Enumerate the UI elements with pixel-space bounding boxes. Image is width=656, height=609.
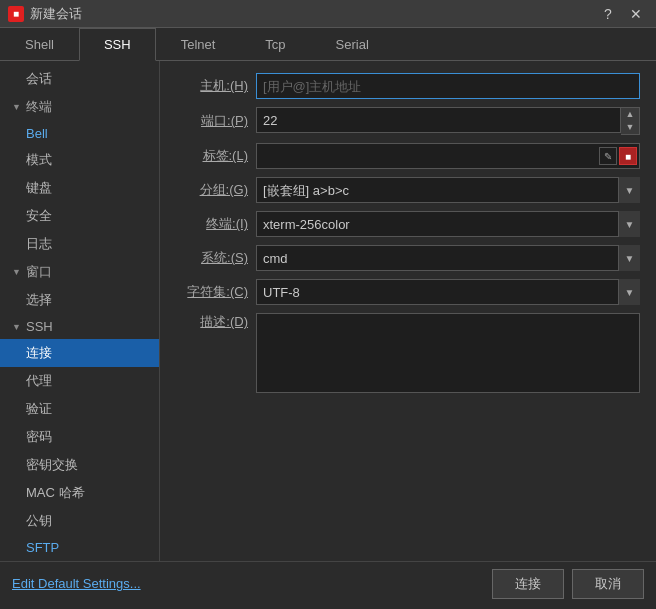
tab-bar: Shell SSH Telnet Tcp Serial xyxy=(0,28,656,61)
sidebar-item-log[interactable]: 日志 xyxy=(0,230,159,258)
connect-button[interactable]: 连接 xyxy=(492,569,564,599)
host-input-wrap xyxy=(256,73,640,99)
tag-field-wrap: ✎ ■ xyxy=(256,143,640,169)
port-input-wrap: ▲ ▼ xyxy=(256,107,640,135)
title-bar: ■ 新建会话 ? ✕ xyxy=(0,0,656,28)
port-label: 端口:(P) xyxy=(176,112,256,130)
triangle-icon: ▼ xyxy=(12,322,24,332)
sidebar-item-auth[interactable]: 验证 xyxy=(0,395,159,423)
system-row: 系统:(S) cmd ▼ xyxy=(176,245,640,271)
group-row: 分组:(G) [嵌套组] a>b>c ▼ xyxy=(176,177,640,203)
system-label: 系统:(S) xyxy=(176,249,256,267)
sidebar: 会话 ▼ 终端 Bell 模式 键盘 安全 日志 ▼ 窗口 选择 ▼ SSH xyxy=(0,61,160,561)
terminal-label: 终端:(I) xyxy=(176,215,256,233)
port-decrement[interactable]: ▼ xyxy=(621,121,639,134)
sidebar-item-keyboard[interactable]: 键盘 xyxy=(0,174,159,202)
tag-edit-icon[interactable]: ✎ xyxy=(599,147,617,165)
sidebar-item-pubkey[interactable]: 公钥 xyxy=(0,507,159,535)
host-label: 主机:(H) xyxy=(176,77,256,95)
terminal-row: 终端:(I) xterm-256color ▼ xyxy=(176,211,640,237)
port-spinner: ▲ ▼ xyxy=(621,107,640,135)
content-panel: 主机:(H) 端口:(P) ▲ ▼ 标签:(L) xyxy=(160,61,656,561)
sidebar-item-ssh[interactable]: ▼ SSH xyxy=(0,314,159,339)
terminal-select-wrap: xterm-256color ▼ xyxy=(256,211,640,237)
description-row: 描述:(D) xyxy=(176,313,640,393)
help-button[interactable]: ? xyxy=(596,5,620,23)
tag-label: 标签:(L) xyxy=(176,147,256,165)
system-select-wrap: cmd ▼ xyxy=(256,245,640,271)
charset-select-wrap: UTF-8 ▼ xyxy=(256,279,640,305)
sidebar-item-kex[interactable]: 密钥交换 xyxy=(0,451,159,479)
sidebar-item-security[interactable]: 安全 xyxy=(0,202,159,230)
sidebar-item-password[interactable]: 密码 xyxy=(0,423,159,451)
sidebar-item-mac[interactable]: MAC 哈希 xyxy=(0,479,159,507)
tag-icons: ✎ ■ xyxy=(599,147,639,165)
main-layout: 会话 ▼ 终端 Bell 模式 键盘 安全 日志 ▼ 窗口 选择 ▼ SSH xyxy=(0,61,656,561)
sidebar-item-bell[interactable]: Bell xyxy=(0,121,159,146)
system-select[interactable]: cmd xyxy=(256,245,640,271)
window-controls: ? ✕ xyxy=(596,5,648,23)
port-row: 端口:(P) ▲ ▼ xyxy=(176,107,640,135)
description-label: 描述:(D) xyxy=(176,313,256,331)
tag-row: 标签:(L) ✎ ■ xyxy=(176,143,640,169)
tab-tcp[interactable]: Tcp xyxy=(240,28,310,61)
host-input[interactable] xyxy=(256,73,640,99)
group-select[interactable]: [嵌套组] a>b>c xyxy=(256,177,640,203)
sidebar-item-session[interactable]: 会话 xyxy=(0,65,159,93)
terminal-select[interactable]: xterm-256color xyxy=(256,211,640,237)
group-label: 分组:(G) xyxy=(176,181,256,199)
window-title: 新建会话 xyxy=(30,5,596,23)
port-input[interactable] xyxy=(256,107,621,133)
charset-select[interactable]: UTF-8 xyxy=(256,279,640,305)
charset-row: 字符集:(C) UTF-8 ▼ xyxy=(176,279,640,305)
charset-label: 字符集:(C) xyxy=(176,283,256,301)
close-button[interactable]: ✕ xyxy=(624,5,648,23)
tab-ssh[interactable]: SSH xyxy=(79,28,156,61)
tab-telnet[interactable]: Telnet xyxy=(156,28,241,61)
sidebar-item-connect[interactable]: 连接 xyxy=(0,339,159,367)
tag-color-icon[interactable]: ■ xyxy=(619,147,637,165)
sidebar-item-mode[interactable]: 模式 xyxy=(0,146,159,174)
group-select-wrap: [嵌套组] a>b>c ▼ xyxy=(256,177,640,203)
app-icon: ■ xyxy=(8,6,24,22)
bottom-bar: Edit Default Settings... 连接 取消 xyxy=(0,561,656,605)
edit-default-button[interactable]: Edit Default Settings... xyxy=(12,576,141,591)
cancel-button[interactable]: 取消 xyxy=(572,569,644,599)
tab-serial[interactable]: Serial xyxy=(311,28,394,61)
tab-shell[interactable]: Shell xyxy=(0,28,79,61)
tag-input[interactable] xyxy=(257,145,599,168)
sidebar-item-proxy[interactable]: 代理 xyxy=(0,367,159,395)
triangle-icon: ▼ xyxy=(12,102,24,112)
host-row: 主机:(H) xyxy=(176,73,640,99)
sidebar-item-window[interactable]: ▼ 窗口 xyxy=(0,258,159,286)
port-increment[interactable]: ▲ xyxy=(621,108,639,121)
sidebar-item-select[interactable]: 选择 xyxy=(0,286,159,314)
triangle-icon: ▼ xyxy=(12,267,24,277)
sidebar-item-x11[interactable]: X11 xyxy=(0,560,159,561)
sidebar-item-terminal[interactable]: ▼ 终端 xyxy=(0,93,159,121)
description-textarea[interactable] xyxy=(256,313,640,393)
sidebar-item-sftp[interactable]: SFTP xyxy=(0,535,159,560)
